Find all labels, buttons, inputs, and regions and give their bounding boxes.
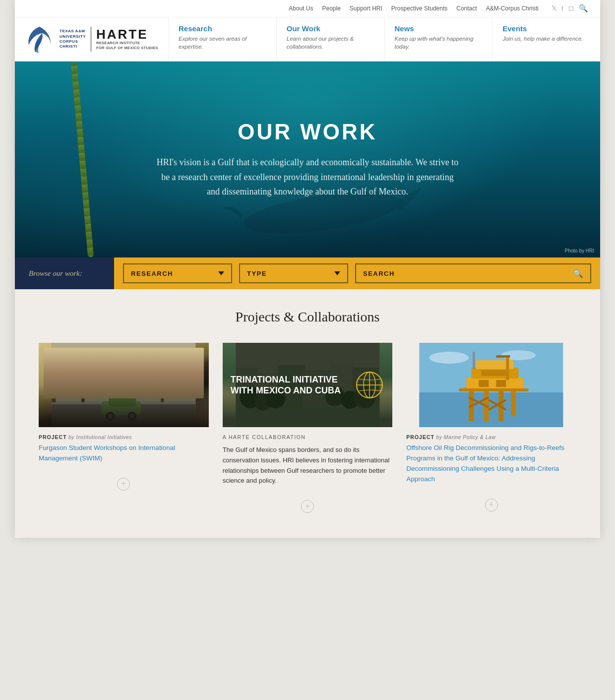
card-trinational-plus: + (223, 486, 393, 513)
svg-rect-11 (101, 368, 106, 372)
nav-research[interactable]: Research Explore our seven areas of expe… (169, 17, 277, 61)
browse-controls: RESEARCH TYPE SEARCH 🔍 (114, 257, 600, 289)
svg-rect-16 (52, 402, 195, 427)
projects-title: Projects & Collaborations (39, 309, 576, 325)
svg-rect-24 (81, 392, 84, 402)
swim-plus-button[interactable]: + (117, 478, 130, 491)
project-card-trinational[interactable]: TRINATIONAL INITIATIVE WITH MEXICO AND C… (223, 343, 393, 513)
svg-rect-68 (496, 355, 510, 358)
nav-research-desc: Explore our seven areas of expertise. (179, 35, 266, 51)
hero-photo-credit: Photo by HRI (565, 248, 594, 254)
street-image (39, 343, 209, 427)
project-image-oilrig (406, 343, 576, 427)
top-bar: About Us People Support HRI Prospective … (15, 0, 600, 17)
type-dropdown[interactable]: TYPE (239, 263, 348, 283)
project-card-swim-link[interactable]: Furgason Student Workshops on Internatio… (39, 444, 175, 462)
hero-title: OUR WORK (154, 120, 461, 144)
logo-text-block: TEXAS A&MUNIVERSITYCORPUSCHRISTI HARTE R… (60, 27, 158, 52)
project-card-trinational-desc: The Gulf of Mexico spans borders, and so… (223, 445, 393, 486)
svg-point-22 (127, 412, 136, 421)
topnav-prospective-students[interactable]: Prospective Students (391, 5, 447, 12)
project-card-oilrig[interactable]: PROJECT by Marine Policy & Law Offshore … (406, 343, 576, 513)
hero-section: OUR WORK HRI's vision is a Gulf that is … (15, 62, 600, 257)
cuba-overlay: TRINATIONAL INITIATIVE WITH MEXICO AND C… (223, 343, 393, 427)
logo-area[interactable]: TEXAS A&MUNIVERSITYCORPUSCHRISTI HARTE R… (15, 17, 169, 61)
svg-rect-72 (496, 380, 506, 387)
project-card-oilrig-link[interactable]: Offshore Oil Rig Decommissioning and Rig… (406, 444, 564, 483)
university-name: TEXAS A&MUNIVERSITYCORPUSCHRISTI (60, 29, 86, 50)
topnav-support-hri[interactable]: Support HRI (350, 5, 382, 12)
cuba-image: TRINATIONAL INITIATIVE WITH MEXICO AND C… (223, 343, 393, 427)
project-image-trinational: TRINATIONAL INITIATIVE WITH MEXICO AND C… (223, 343, 393, 427)
nav-our-work-title[interactable]: Our Work (287, 24, 374, 33)
svg-rect-19 (109, 397, 136, 406)
svg-point-27 (160, 387, 165, 392)
svg-rect-14 (153, 365, 159, 370)
street-svg (39, 343, 209, 427)
svg-point-25 (80, 388, 85, 393)
svg-rect-51 (420, 392, 563, 427)
svg-rect-69 (473, 352, 475, 369)
svg-point-23 (129, 414, 134, 419)
svg-rect-59 (511, 391, 516, 416)
svg-rect-17 (52, 397, 195, 404)
svg-point-21 (108, 414, 113, 419)
facebook-icon[interactable]: f (561, 4, 563, 12)
nav-our-work-desc: Learn about our projects & collaboration… (287, 35, 374, 51)
nav-events[interactable]: Events Join us, help make a difference. (492, 17, 600, 61)
cuba-overlay-text: TRINATIONAL INITIATIVE WITH MEXICO AND C… (231, 374, 345, 396)
svg-rect-55 (459, 388, 529, 391)
svg-point-52 (430, 352, 469, 364)
globe-icon (355, 370, 384, 400)
svg-rect-5 (116, 355, 151, 407)
search-icon-top[interactable]: 🔍 (579, 4, 588, 13)
svg-rect-64 (467, 378, 524, 388)
svg-rect-10 (92, 368, 97, 372)
svg-rect-1 (52, 343, 195, 427)
projects-section: Projects & Collaborations (15, 289, 600, 538)
topnav-contact[interactable]: Contact (456, 5, 477, 12)
nav-news[interactable]: News Keep up with what's happening today… (385, 17, 493, 61)
research-dropdown-arrow (218, 271, 224, 275)
svg-point-29 (45, 366, 62, 384)
nav-news-title[interactable]: News (395, 24, 483, 33)
hero-description: HRI's vision is a Gulf that is ecologica… (154, 155, 461, 199)
social-links: 𝕏 f ◻ 🔍 (552, 4, 588, 13)
svg-rect-4 (79, 363, 119, 407)
type-dropdown-label: TYPE (247, 270, 267, 277)
oilrig-svg (406, 343, 576, 427)
topnav-amc[interactable]: A&M-Corpus Christi (486, 5, 539, 12)
trinational-plus-button[interactable]: + (301, 500, 314, 513)
browse-bar: Browse our work: RESEARCH TYPE SEARCH 🔍 (15, 257, 600, 289)
research-dropdown[interactable]: RESEARCH (123, 263, 232, 283)
svg-rect-6 (148, 360, 195, 407)
hero-content: OUR WORK HRI's vision is a Gulf that is … (114, 120, 501, 199)
nav-events-title[interactable]: Events (502, 24, 590, 33)
svg-rect-18 (101, 401, 141, 415)
browse-search-box[interactable]: SEARCH 🔍 (355, 263, 591, 283)
project-card-swim-meta: PROJECT by Institutional Initiatives (39, 434, 209, 440)
twitter-icon[interactable]: 𝕏 (552, 4, 556, 12)
svg-rect-2 (52, 343, 195, 382)
harte-name: HARTE (96, 28, 158, 41)
svg-rect-70 (482, 370, 506, 376)
svg-rect-12 (121, 362, 126, 366)
nav-news-desc: Keep up with what's happening today. (395, 35, 483, 51)
topnav-about-us[interactable]: About Us (289, 5, 313, 12)
svg-rect-71 (479, 380, 489, 387)
project-card-oilrig-meta: PROJECT by Marine Policy & Law (406, 434, 576, 440)
instagram-icon[interactable]: ◻ (568, 4, 574, 12)
project-image-swim (39, 343, 209, 427)
svg-rect-9 (84, 368, 89, 372)
nav-research-title[interactable]: Research (179, 24, 266, 33)
nav-events-desc: Join us, help make a difference. (502, 35, 590, 43)
search-submit-icon[interactable]: 🔍 (573, 269, 583, 278)
project-card-swim[interactable]: PROJECT by Institutional Initiatives Fur… (39, 343, 209, 513)
svg-rect-26 (161, 391, 164, 402)
oilrig-plus-button[interactable]: + (485, 499, 498, 511)
topnav-people[interactable]: People (322, 5, 340, 12)
svg-rect-15 (162, 365, 167, 370)
type-dropdown-arrow (334, 271, 340, 275)
nav-our-work[interactable]: Our Work Learn about our projects & coll… (277, 17, 385, 61)
svg-rect-8 (66, 363, 72, 368)
